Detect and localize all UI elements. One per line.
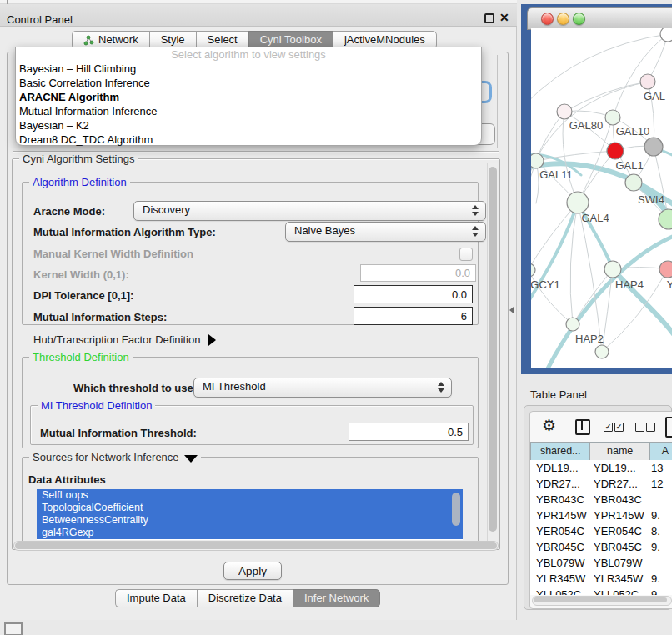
- scrollbar-thumb[interactable]: [534, 598, 667, 602]
- list-scrollbar-thumb[interactable]: [452, 492, 460, 526]
- network-view[interactable]: GALGAL80GAL10GAL1GAL11SWI4GAL4GCY1HAP4YH…: [531, 28, 672, 368]
- table-cell[interactable]: YBR045C: [588, 539, 645, 555]
- table-cell[interactable]: 13: [645, 460, 672, 476]
- mi-threshold-input[interactable]: [349, 422, 469, 441]
- settings-vertical-scrollbar[interactable]: [487, 163, 498, 545]
- network-node[interactable]: [605, 110, 620, 125]
- tab-discretize-data[interactable]: Discretize Data: [197, 589, 293, 608]
- show-columns-icon[interactable]: ✓: [604, 422, 613, 432]
- network-node[interactable]: [660, 28, 672, 42]
- docked-panel-icon[interactable]: [4, 622, 23, 635]
- network-node[interactable]: [659, 209, 672, 229]
- network-canvas[interactable]: GALGAL80GAL10GAL1GAL11SWI4GAL4GCY1HAP4YH…: [531, 28, 672, 368]
- table-cell[interactable]: 9.: [645, 587, 672, 595]
- hide-columns-icon[interactable]: [635, 422, 644, 432]
- table-cell[interactable]: YPR145W: [530, 508, 588, 523]
- column-header[interactable]: A: [649, 442, 672, 462]
- column-header[interactable]: name: [589, 442, 649, 462]
- settings-horizontal-scrollbar[interactable]: [13, 541, 499, 551]
- close-traffic-light[interactable]: [541, 12, 554, 25]
- new-table-icon[interactable]: [665, 417, 672, 438]
- table-cell[interactable]: YDR27...: [588, 476, 645, 492]
- table-cell[interactable]: YER054C: [530, 523, 588, 539]
- table-cell[interactable]: YLR345W: [530, 571, 588, 587]
- list-item[interactable]: SelfLoops: [37, 489, 463, 502]
- network-node[interactable]: [557, 104, 572, 119]
- list-item[interactable]: gal4RGexp: [37, 527, 463, 539]
- table-cell[interactable]: 9.: [645, 539, 672, 555]
- table-cell[interactable]: YBL079W: [530, 555, 588, 571]
- table-row[interactable]: YBL079WYBL079W: [530, 555, 672, 571]
- hide-columns-icon[interactable]: [646, 422, 655, 432]
- table-cell[interactable]: [645, 492, 672, 508]
- table-horizontal-scrollbar[interactable]: [532, 596, 672, 606]
- tab-infer-network[interactable]: Infer Network: [293, 589, 380, 608]
- table-cell[interactable]: YLL052C: [530, 587, 588, 595]
- algorithm-option[interactable]: Bayesian – K2: [16, 118, 481, 132]
- network-node[interactable]: [531, 263, 535, 277]
- table-cell[interactable]: 12: [645, 476, 672, 492]
- scrollbar-thumb[interactable]: [489, 167, 497, 532]
- scrollbar-thumb[interactable]: [15, 542, 497, 549]
- manual-kernel-checkbox[interactable]: [459, 248, 473, 261]
- table-row[interactable]: YLR345WYLR345W9.: [530, 571, 672, 587]
- mi-type-combo[interactable]: Naive Bayes: [285, 222, 486, 242]
- which-threshold-combo[interactable]: MI Threshold: [193, 378, 452, 398]
- table-row[interactable]: YDL19...YDL19...13: [530, 460, 672, 476]
- network-window-titlebar[interactable]: [527, 8, 672, 30]
- network-node[interactable]: [607, 142, 624, 159]
- zoom-traffic-light[interactable]: [573, 12, 585, 25]
- table-cell[interactable]: YBR043C: [588, 492, 645, 508]
- table-cell[interactable]: 9.: [645, 508, 672, 523]
- float-window-icon[interactable]: [484, 13, 494, 23]
- network-node[interactable]: [659, 261, 672, 278]
- list-item[interactable]: BetweennessCentrality: [37, 514, 463, 527]
- list-item[interactable]: TopologicalCoefficient: [37, 502, 463, 514]
- network-edge[interactable]: [536, 112, 564, 161]
- table-row[interactable]: YBR045CYBR045C9.: [530, 539, 672, 555]
- table-row[interactable]: YDR27...YDR27...12: [530, 476, 672, 492]
- table-cell[interactable]: YLR345W: [588, 571, 645, 587]
- table-cell[interactable]: YBL079W: [588, 555, 645, 571]
- network-node[interactable]: [595, 345, 609, 358]
- close-icon[interactable]: ✕: [499, 11, 509, 24]
- table-cell[interactable]: YLL052C: [588, 587, 645, 595]
- network-edge[interactable]: [613, 34, 668, 118]
- table-row[interactable]: YLL052CYLL052C9.: [530, 587, 672, 595]
- sources-title[interactable]: Sources for Network Inference: [29, 451, 201, 463]
- table-cell[interactable]: [645, 555, 672, 571]
- show-columns-icon[interactable]: ✓: [614, 422, 624, 432]
- network-node[interactable]: [567, 192, 589, 213]
- column-header[interactable]: shared...: [530, 442, 590, 462]
- algorithm-option[interactable]: Dream8 DC_TDC Algorithm: [16, 132, 481, 147]
- table-cell[interactable]: YER054C: [588, 523, 645, 539]
- network-node[interactable]: [644, 138, 663, 156]
- aracne-mode-combo[interactable]: Discovery: [133, 201, 486, 221]
- dpi-tolerance-input[interactable]: [354, 285, 473, 303]
- algorithm-option-selected[interactable]: ARACNE Algorithm: [16, 90, 481, 104]
- network-edge[interactable]: [564, 82, 648, 112]
- algorithm-option[interactable]: Mutual Information Inference: [16, 104, 481, 118]
- table-cell[interactable]: YDL19...: [530, 460, 588, 476]
- table-cell[interactable]: 8.: [645, 523, 672, 539]
- table-cell[interactable]: YPR145W: [588, 508, 645, 523]
- table-row[interactable]: YER054CYER054C8.: [530, 523, 672, 539]
- table-cell[interactable]: YDR27...: [530, 476, 588, 492]
- apply-button[interactable]: Apply: [223, 562, 282, 580]
- panel-divider-grip[interactable]: [509, 307, 514, 313]
- tab-impute-data[interactable]: Impute Data: [115, 589, 197, 608]
- network-node[interactable]: [531, 153, 544, 168]
- mi-steps-input[interactable]: [354, 307, 473, 325]
- split-view-icon[interactable]: [575, 419, 590, 435]
- kernel-width-input[interactable]: [360, 264, 476, 282]
- network-node[interactable]: [566, 318, 579, 331]
- table-cell[interactable]: YBR045C: [530, 539, 588, 555]
- hub-definition-toggle[interactable]: Hub/Transcription Factor Definition: [33, 333, 216, 346]
- table-cell[interactable]: 9.: [645, 571, 672, 587]
- network-node[interactable]: [640, 74, 655, 89]
- minimize-traffic-light[interactable]: [557, 12, 569, 25]
- algorithm-option[interactable]: Bayesian – Hill Climbing: [16, 62, 481, 76]
- network-node[interactable]: [604, 261, 621, 278]
- network-node[interactable]: [625, 174, 642, 191]
- gear-icon[interactable]: ⚙: [542, 417, 556, 435]
